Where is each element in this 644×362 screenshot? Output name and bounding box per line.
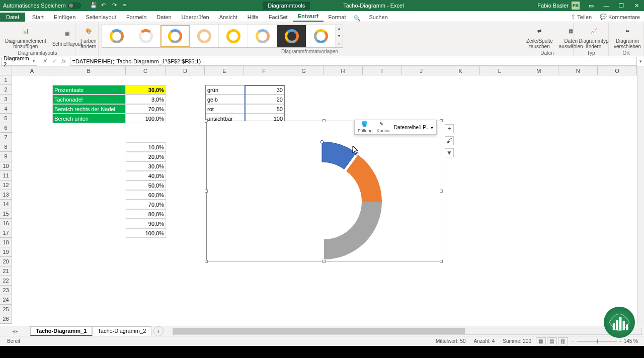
close-icon[interactable]: ✕ (629, 0, 644, 11)
tab-start[interactable]: Start (27, 13, 49, 22)
switch-row-col-button[interactable]: ⇄Zeile/Spalte tauschen (524, 23, 555, 50)
chart-styles-gallery[interactable]: ▴▾▿ (102, 25, 343, 48)
chart-elements-button[interactable]: + (445, 124, 454, 133)
chevron-down-icon[interactable]: ▾ (33, 59, 35, 63)
maximize-icon[interactable]: ❐ (614, 0, 629, 11)
cell-F2[interactable]: 30 (245, 85, 285, 95)
change-colors-button[interactable]: 🎨Farben ändern (78, 23, 99, 50)
cell-C13[interactable]: 60,0% (126, 190, 166, 200)
name-box[interactable]: Diagramm 2▾ (1, 57, 37, 66)
row-header-22[interactable]: 22 (0, 276, 12, 286)
tab-factset[interactable]: FactSet (264, 13, 293, 22)
row-header-3[interactable]: 3 (0, 95, 12, 104)
change-chart-type-button[interactable]: 📈Diagrammtyp ändern (577, 23, 610, 50)
save-icon[interactable]: 💾 (90, 2, 97, 9)
row-header-4[interactable]: 4 (0, 104, 12, 114)
sheet-tab-1[interactable]: Tacho-Diagramm_2 (92, 326, 151, 336)
col-header-G[interactable]: G (284, 66, 324, 75)
context-tab-charttools[interactable]: Diagrammtools (263, 2, 310, 10)
autosave-toggle[interactable]: Automatisches Speichern (0, 3, 84, 9)
cell-C12[interactable]: 50,0% (126, 180, 166, 190)
row-header-7[interactable]: 7 (0, 133, 12, 142)
chart-slice-orange[interactable] (346, 155, 382, 202)
col-header-L[interactable]: L (480, 66, 519, 75)
cell-C4[interactable]: 70,0% (126, 104, 166, 114)
row-header-13[interactable]: 13 (0, 190, 12, 200)
user-account[interactable]: Fabio Basler FB (533, 2, 584, 10)
col-header-D[interactable]: D (166, 66, 205, 75)
row-header-5[interactable]: 5 (0, 114, 12, 123)
vertical-scrollbar[interactable] (637, 66, 644, 326)
comments-button[interactable]: 💬Kommentare (596, 12, 644, 22)
gallery-more-button[interactable]: ▴▾▿ (336, 25, 343, 47)
row-header-17[interactable]: 17 (0, 228, 12, 238)
tab-hilfe[interactable]: Hilfe (243, 13, 264, 22)
cell-E3[interactable]: gelb (205, 95, 245, 104)
cell-B4[interactable]: Bereich rechts der Nadel (52, 104, 126, 114)
chart-styles-button[interactable]: 🖌 (445, 136, 454, 145)
chart-style-8[interactable] (306, 25, 336, 47)
tab-formeln[interactable]: Formeln (121, 13, 151, 22)
row-header-10[interactable]: 10 (0, 161, 12, 171)
col-header-J[interactable]: J (402, 66, 441, 75)
cell-C16[interactable]: 90,0% (126, 219, 166, 228)
zoom-out-button[interactable]: − (572, 338, 575, 344)
chart-object[interactable]: + 🖌 ▼ (206, 121, 441, 261)
cell-C11[interactable]: 40,0% (126, 171, 166, 180)
tab-überprüfen[interactable]: Überprüfen (177, 13, 214, 22)
row-header-2[interactable]: 2 (0, 85, 12, 95)
zoom-level[interactable]: 145 % (624, 338, 638, 344)
chart-style-7[interactable] (277, 25, 306, 47)
row-header-26[interactable]: 26 (0, 314, 12, 324)
cell-C14[interactable]: 70,0% (126, 200, 166, 209)
cell-C5[interactable]: 100,0% (126, 114, 166, 123)
chart-style-3[interactable] (160, 25, 190, 47)
outline-button[interactable]: ✎ Kontur (375, 121, 392, 133)
col-header-A[interactable]: A (12, 66, 52, 75)
sheet-nav-buttons[interactable]: ◂ ▸ (0, 328, 30, 334)
share-button[interactable]: ⇪Teilen (567, 12, 596, 22)
row-header-1[interactable]: 1 (0, 75, 12, 85)
row-header-12[interactable]: 12 (0, 180, 12, 190)
chart-handle[interactable] (205, 260, 208, 263)
cell-E2[interactable]: grün (205, 85, 245, 95)
tab-seitenlayout[interactable]: Seitenlayout (80, 13, 121, 22)
row-header-23[interactable]: 23 (0, 286, 12, 295)
horizontal-scrollbar[interactable] (173, 328, 642, 335)
cell-B3[interactable]: Tachonadel (52, 95, 126, 104)
undo-icon[interactable]: ↶ (101, 2, 108, 9)
expand-formula-icon[interactable]: ▾ (637, 59, 644, 64)
row-header-25[interactable]: 25 (0, 305, 12, 314)
row-header-20[interactable]: 20 (0, 257, 12, 266)
col-header-M[interactable]: M (519, 66, 558, 75)
row-header-8[interactable]: 8 (0, 142, 12, 152)
accept-formula-icon[interactable]: ✓ (50, 58, 58, 64)
col-header-I[interactable]: I (363, 66, 402, 75)
chart-style-1[interactable] (102, 25, 131, 47)
chart-handle[interactable] (440, 190, 443, 193)
formula-input[interactable]: =DATENREIHE(;;'Tacho-Diagramm_1'!$F$2:$F… (70, 57, 637, 66)
equals-icon[interactable]: = (123, 2, 130, 9)
row-header-15[interactable]: 15 (0, 209, 12, 219)
tab-format[interactable]: Format (324, 13, 351, 22)
col-header-K[interactable]: K (441, 66, 480, 75)
ribbon-display-icon[interactable]: ▭ (584, 0, 599, 11)
chart-handle[interactable] (205, 119, 208, 122)
cell-F4[interactable]: 50 (245, 104, 285, 114)
add-chart-element-button[interactable]: 📊Diagrammelement hinzufügen (3, 23, 48, 50)
col-header-N[interactable]: N (558, 66, 598, 75)
tab-entwurf[interactable]: Entwurf (293, 12, 324, 22)
chart-slice-gray[interactable] (324, 202, 382, 259)
view-normal-button[interactable]: ▦ (536, 337, 546, 345)
col-header-H[interactable]: H (324, 66, 363, 75)
chart-style-6[interactable] (248, 25, 277, 47)
series-dropdown[interactable]: Datenreihe1 P...▾ (392, 125, 435, 130)
tab-file[interactable]: Datei (0, 13, 25, 22)
mini-toolbar[interactable]: 🪣 Füllung ✎ Kontur Datenreihe1 P...▾ (354, 120, 437, 135)
fx-icon[interactable]: fx (59, 58, 68, 64)
tab-einfügen[interactable]: Einfügen (49, 13, 80, 22)
tab-ansicht[interactable]: Ansicht (214, 13, 243, 22)
toggle-switch[interactable] (68, 3, 81, 9)
chart-handle[interactable] (440, 119, 443, 122)
col-header-E[interactable]: E (205, 66, 244, 75)
